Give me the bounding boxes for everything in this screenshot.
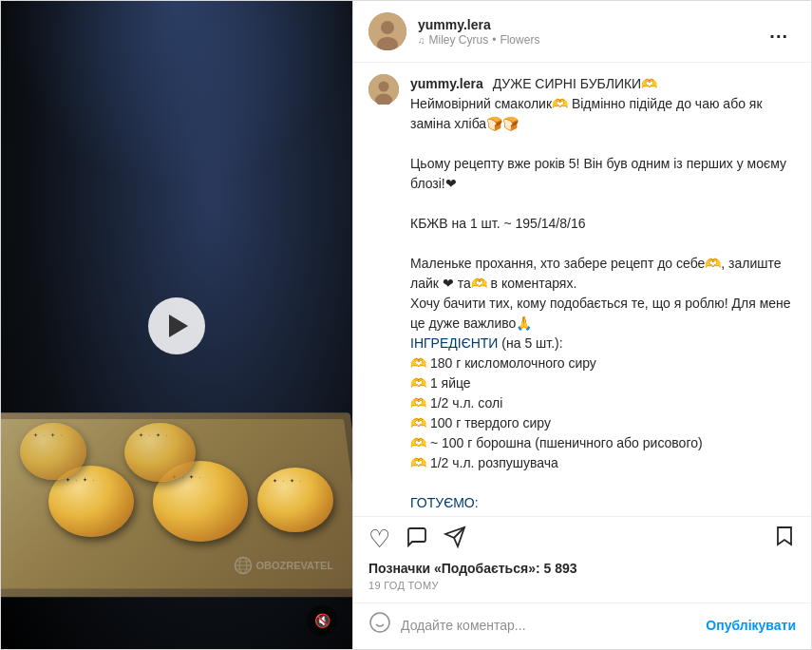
like-button[interactable]: ♡ [368,526,390,551]
oven-glow [1,1,352,191]
share-button[interactable] [444,526,466,552]
likes-count: Позначки «Подобається»: 5 893 [368,561,796,576]
action-icons-row: ♡ [368,525,796,553]
add-comment-bar: Опублікувати [353,602,811,650]
likes-number: 5 893 [544,561,577,576]
emoji-button[interactable] [368,611,391,640]
comment-button[interactable] [406,526,428,552]
video-panel: 🔇 OBOZREVATEL [1,1,352,650]
mute-button[interactable]: 🔇 [307,605,337,636]
header-avatar[interactable] [368,12,406,50]
svg-point-9 [379,82,389,92]
post-comment-button[interactable]: Опублікувати [706,618,796,633]
instructions-title: ГОТУЄМО: [410,495,479,510]
bun-4 [20,423,86,480]
now-playing-song: Flowers [500,33,539,47]
play-button[interactable] [148,297,205,354]
likes-label: Позначки «Подобається»: [368,561,540,576]
header-username[interactable]: yummy.lera [418,16,762,33]
content-scroll-area[interactable]: yummy.lera ДУЖЕ СИРНІ БУБЛИКИ🫶Неймовірни… [353,63,811,516]
ingredients-title: ІНГРЕДІЄНТИ [410,335,498,351]
dot-separator: • [492,33,496,47]
post-header: yummy.lera ♫ Miley Cyrus • Flowers ... [353,1,811,63]
now-playing-artist: Miley Cyrus [429,33,489,47]
bun-3 [257,468,333,532]
watermark-text: OBOZREVATEL [256,560,333,571]
watermark-globe-icon [234,556,253,575]
comment-input[interactable] [401,618,706,633]
save-button[interactable] [773,525,796,553]
more-options-button[interactable]: ... [762,17,796,47]
now-playing: ♫ Miley Cyrus • Flowers [418,33,762,47]
svg-point-14 [370,613,389,632]
time-ago: 19 ГОД ТОМУ [368,580,796,591]
watermark: OBOZREVATEL [234,556,333,575]
svg-point-6 [381,21,394,34]
header-user-info: yummy.lera ♫ Miley Cyrus • Flowers [418,16,762,47]
bun-5 [124,423,196,482]
play-triangle-icon [169,315,188,337]
content-panel: yummy.lera ♫ Miley Cyrus • Flowers ... y… [352,1,811,650]
comment-avatar[interactable] [368,74,399,105]
svg-marker-13 [778,527,791,545]
comment-body: yummy.lera ДУЖЕ СИРНІ БУБЛИКИ🫶Неймовірни… [410,74,796,516]
music-note-icon: ♫ [418,35,425,46]
comment-text: ДУЖЕ СИРНІ БУБЛИКИ🫶Неймовірний смаколик🫶… [410,76,791,516]
main-comment: yummy.lera ДУЖЕ СИРНІ БУБЛИКИ🫶Неймовірни… [368,74,796,516]
comment-username[interactable]: yummy.lera [410,76,483,91]
action-bar: ♡ Позначки «Подобається»: 5 893 [353,516,811,602]
